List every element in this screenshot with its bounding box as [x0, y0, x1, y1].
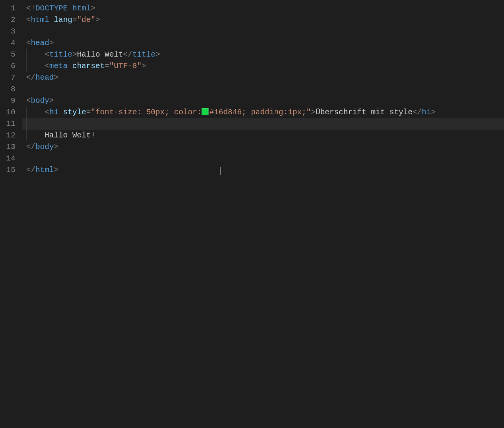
line-number: 5 [0, 49, 22, 60]
code-line[interactable] [22, 84, 504, 95]
line-number: 2 [0, 14, 22, 26]
code-line[interactable]: <head> [22, 37, 504, 49]
code-line[interactable] [22, 118, 504, 130]
code-line[interactable]: <body> [22, 95, 504, 107]
code-line[interactable]: <meta charset="UTF-8"> [22, 60, 504, 72]
code-line[interactable]: <h1 style="font-size: 50px; color:#16d84… [22, 107, 504, 118]
line-number: 12 [0, 130, 22, 141]
code-line[interactable]: Hallo Welt! [22, 130, 504, 141]
line-number: 4 [0, 37, 22, 49]
code-line[interactable]: </head> [22, 72, 504, 84]
line-number: 14 [0, 153, 22, 164]
code-line[interactable] [22, 26, 504, 37]
line-number: 3 [0, 26, 22, 37]
code-line[interactable] [22, 153, 504, 164]
code-line[interactable]: </body> [22, 141, 504, 153]
line-number: 6 [0, 60, 22, 72]
text-cursor [220, 167, 221, 175]
line-number: 1 [0, 3, 22, 14]
code-line[interactable]: <!DOCTYPE html> [22, 3, 504, 14]
line-number: 10 [0, 107, 22, 118]
line-number: 13 [0, 141, 22, 153]
code-line[interactable]: <title>Hallo Welt</title> [22, 49, 504, 60]
line-number: 8 [0, 84, 22, 95]
line-number: 15 [0, 164, 22, 176]
line-number-gutter: 1 2 3 4 5 6 7 8 9 10 11 12 13 14 15 [0, 0, 22, 428]
line-number: 7 [0, 72, 22, 84]
line-number: 9 [0, 95, 22, 107]
code-line[interactable]: </html> [22, 164, 504, 176]
color-swatch-icon[interactable] [202, 108, 209, 115]
code-editor[interactable]: 1 2 3 4 5 6 7 8 9 10 11 12 13 14 15 <!DO… [0, 0, 504, 428]
code-line[interactable]: <html lang="de"> [22, 14, 504, 26]
line-number: 11 [0, 118, 22, 130]
code-area[interactable]: <!DOCTYPE html> <html lang="de"> <head> … [22, 0, 504, 428]
